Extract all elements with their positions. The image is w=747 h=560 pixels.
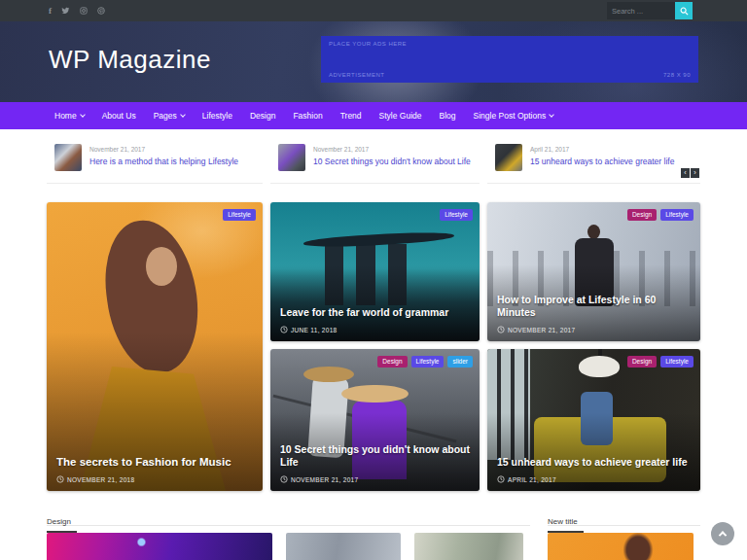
ticker-date: April 21, 2017 (530, 146, 674, 153)
design-section-title: Design (47, 517, 77, 533)
chevron-up-icon (719, 531, 727, 539)
new-title-section: New title (548, 510, 700, 560)
new-title-section-title: New title (548, 517, 584, 533)
clock-icon (56, 475, 64, 483)
post-title[interactable]: Leave for the far world of grammar (280, 306, 470, 319)
ticker-controls: ‹ › (681, 168, 699, 178)
scroll-to-top-button[interactable] (711, 522, 734, 545)
post-title[interactable]: How to Improve at Lifestyle in 60 Minute… (497, 294, 691, 319)
featured-post-card[interactable]: Design Lifestyle slider 10 Secret things… (270, 349, 480, 491)
chevron-down-icon (549, 112, 554, 118)
ticker-thumbnail[interactable] (495, 144, 522, 171)
nav-item-design[interactable]: Design (250, 111, 275, 121)
category-badge-lifestyle[interactable]: Lifestyle (411, 356, 445, 368)
featured-grid: Lifestyle The secrets to Fashion for Mus… (47, 202, 700, 491)
pinterest-icon[interactable] (97, 7, 105, 15)
nav-item-blog[interactable]: Blog (440, 111, 456, 121)
new-title-post-thumbnail[interactable] (548, 533, 694, 560)
category-badge-design[interactable]: Design (627, 209, 657, 221)
social-links: f (49, 0, 105, 21)
ticker-title-link[interactable]: 10 Secret things you didn't know about L… (313, 157, 471, 167)
search-icon (680, 7, 689, 16)
nav-item-pages[interactable]: Pages (154, 111, 185, 121)
site-header: WP Magazine PLACE YOUR ADS HERE ADVERTIS… (0, 21, 747, 102)
facebook-icon[interactable]: f (49, 7, 52, 16)
site-title[interactable]: WP Magazine (49, 45, 211, 75)
featured-post-card[interactable]: Lifestyle Leave for the far world of gra… (270, 202, 480, 341)
ticker-item: April 21, 2017 15 unheard ways to achiev… (487, 138, 700, 184)
post-date: APRIL 21, 2017 (497, 475, 691, 483)
ticker-next-button[interactable]: › (691, 168, 699, 178)
category-badge-lifestyle[interactable]: Lifestyle (440, 209, 473, 221)
post-title[interactable]: 10 Secret things you didn't know about L… (280, 443, 470, 469)
category-badge-design[interactable]: Design (377, 356, 407, 368)
category-badge-design[interactable]: Design (627, 356, 657, 368)
nav-item-fashion[interactable]: Fashion (293, 111, 322, 121)
ticker-item: November 21, 2017 Here is a method that … (47, 138, 263, 184)
category-badge-lifestyle[interactable]: Lifestyle (223, 209, 256, 221)
featured-post-card[interactable]: Design Lifestyle 15 unheard ways to achi… (487, 349, 700, 491)
nav-item-style-guide[interactable]: Style Guide (379, 111, 422, 121)
post-date: NOVEMBER 21, 2017 (280, 475, 470, 483)
design-post-thumbnail[interactable] (47, 533, 272, 560)
trending-ticker: November 21, 2017 Here is a method that … (47, 138, 700, 184)
category-badge-slider[interactable]: slider (447, 356, 473, 368)
ticker-thumbnail[interactable] (54, 144, 82, 171)
post-date: NOVEMBER 21, 2018 (56, 475, 253, 483)
nav-item-single-post-options[interactable]: Single Post Options (474, 111, 554, 121)
search-input[interactable] (607, 2, 675, 19)
post-title[interactable]: The secrets to Fashion for Music (56, 455, 253, 469)
clock-icon (497, 326, 505, 333)
ad-banner-advertisement-label: ADVERTISEMENT (329, 72, 384, 78)
design-section: Design (47, 510, 530, 560)
clock-icon (280, 326, 288, 333)
nav-item-lifestyle[interactable]: Lifestyle (202, 111, 232, 121)
ad-banner-text: PLACE YOUR ADS HERE (329, 41, 407, 47)
twitter-icon[interactable] (61, 7, 70, 15)
search-button[interactable] (675, 2, 693, 19)
post-date: JUNE 11, 2018 (280, 326, 470, 333)
ad-banner[interactable]: PLACE YOUR ADS HERE ADVERTISEMENT 728 X … (321, 36, 698, 83)
post-title[interactable]: 15 unheard ways to achieve greater life (497, 456, 691, 469)
design-post-thumbnail[interactable] (286, 533, 401, 560)
clock-icon (280, 475, 288, 483)
featured-post-card[interactable]: Lifestyle The secrets to Fashion for Mus… (47, 202, 263, 491)
ticker-prev-button[interactable]: ‹ (681, 168, 690, 178)
ticker-date: November 21, 2017 (89, 146, 238, 153)
instagram-icon[interactable] (80, 7, 88, 15)
nav-item-home[interactable]: Home (54, 111, 85, 121)
ticker-item: November 21, 2017 10 Secret things you d… (270, 138, 480, 184)
main-nav: Home About Us Pages Lifestyle Design Fas… (0, 102, 747, 129)
ticker-title-link[interactable]: 15 unheard ways to achieve greater life (530, 157, 674, 167)
top-bar: f (0, 0, 747, 21)
chevron-down-icon (80, 112, 86, 118)
nav-item-about-us[interactable]: About Us (102, 111, 136, 121)
nav-item-trend[interactable]: Trend (340, 111, 362, 121)
ticker-date: November 21, 2017 (313, 146, 471, 153)
category-badge-lifestyle[interactable]: Lifestyle (660, 356, 694, 368)
chevron-down-icon (180, 112, 186, 118)
ticker-title-link[interactable]: Here is a method that is helping Lifesty… (89, 157, 238, 167)
ticker-thumbnail[interactable] (278, 144, 305, 171)
design-post-thumbnail[interactable] (414, 533, 523, 560)
featured-post-card[interactable]: Design Lifestyle How to Improve at Lifes… (487, 202, 700, 341)
image-overlay (47, 202, 263, 491)
clock-icon (497, 475, 505, 483)
bottom-sections: Design New title (47, 510, 700, 560)
post-date: NOVEMBER 21, 2017 (497, 326, 691, 333)
ad-banner-size-label: 728 X 90 (663, 72, 691, 78)
category-badge-lifestyle[interactable]: Lifestyle (660, 209, 694, 221)
